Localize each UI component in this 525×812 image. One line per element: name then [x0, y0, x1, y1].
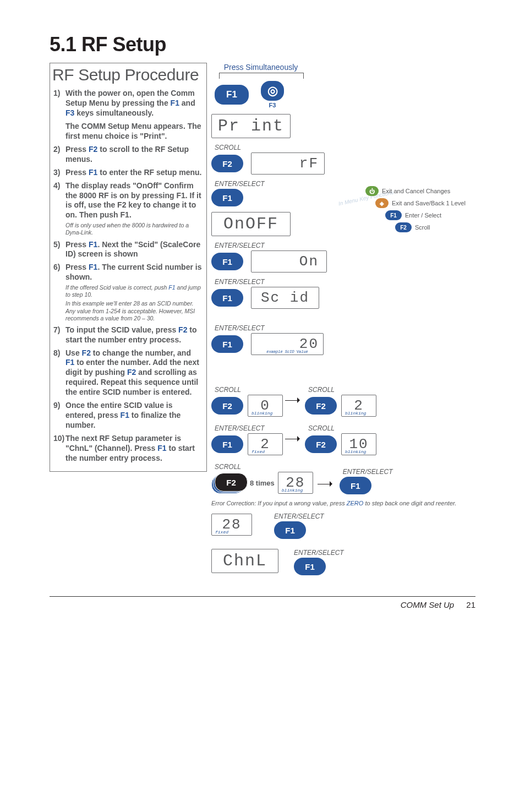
error-note: Error Correction: If you input a wrong v…	[211, 499, 475, 507]
enter-label: ENTER/SELECT	[294, 549, 344, 557]
f1-icon: F1	[385, 210, 402, 220]
step-num: 8)	[53, 348, 65, 398]
legend-text: Enter / Select	[405, 212, 441, 219]
step-text: To input the SCID value, press F2 to sta…	[65, 325, 202, 345]
enter-label: ENTER/SELECT	[215, 278, 475, 286]
display-digit: 0blinking	[248, 395, 283, 417]
legend-text: Scroll	[415, 224, 430, 231]
step-text: With the power on, open the Comm Setup M…	[65, 89, 202, 141]
f1-button[interactable]: F1	[211, 253, 243, 270]
f1-button[interactable]: F1	[294, 558, 326, 575]
f1-button[interactable]: F1	[274, 521, 306, 539]
diamond-icon: ◈	[375, 198, 389, 208]
legend-text: Exit and Cancel Changes	[382, 188, 450, 194]
step-num: 6)	[53, 263, 65, 321]
f1-button[interactable]: F1	[211, 189, 243, 206]
f3-button[interactable]: ◎	[261, 81, 284, 101]
enter-label: ENTER/SELECT	[215, 242, 475, 249]
footer-section: COMM Set Up	[401, 600, 455, 609]
step-num: 7)	[53, 325, 65, 345]
times-label: 8 times	[250, 479, 275, 487]
step-num: 10)	[53, 434, 65, 464]
enter-label: ENTER/SELECT	[215, 324, 475, 332]
f2-icon: F2	[395, 222, 412, 232]
legend-text: Exit and Save/Back 1 Level	[392, 200, 466, 206]
step-text: Press F1 to enter the RF setup menu.	[65, 168, 202, 178]
step-text: Once the entire SCID value is entered, p…	[65, 401, 202, 430]
step-num: 4)	[53, 181, 65, 237]
scroll-label: SCROLL	[215, 463, 313, 471]
f1-button[interactable]: F1	[211, 435, 243, 453]
display-digit: 2blinking	[341, 395, 376, 417]
scroll-label: SCROLL	[308, 386, 376, 394]
step-text: Press F2 to scroll to the RF Setup menus…	[65, 145, 202, 165]
footer: COMM Set Up 21	[50, 596, 475, 609]
step-text: The display reads "OnOff" Confirm the 80…	[65, 181, 202, 237]
display-scid-value: 20 example ScID Value	[251, 333, 324, 355]
diagram-panel: Press Simultaneously F1 ◎ F3 Pr int SCRO…	[211, 63, 475, 575]
display-rf: rF	[251, 152, 325, 175]
display-chnl: ChnL	[211, 549, 278, 573]
display-onoff: OnOFF	[211, 212, 291, 236]
legend: ⏻Exit and Cancel Changes ◈Exit and Save/…	[365, 186, 486, 235]
f1-button[interactable]: F1	[211, 289, 243, 307]
f1-button[interactable]: F1	[215, 85, 249, 105]
page-title: 5.1 RF Setup	[50, 33, 475, 56]
step-text: Press F1. The current Scid number is sho…	[65, 263, 202, 321]
f3-label: F3	[261, 102, 284, 108]
f2-button[interactable]: F2	[211, 155, 243, 172]
enter-label: ENTER/SELECT	[274, 513, 324, 520]
step-num: 5)	[53, 240, 65, 260]
f1-button[interactable]: F1	[211, 335, 243, 353]
page-number: 21	[466, 600, 475, 609]
f2-button[interactable]: F2	[305, 435, 337, 453]
scroll-label: SCROLL	[215, 144, 475, 151]
bracket	[219, 73, 304, 79]
power-icon: ⏻	[365, 186, 379, 196]
step-num: 9)	[53, 401, 65, 430]
enter-label: ENTER/SELECT	[215, 424, 283, 432]
display-digit: 10blinking	[341, 433, 376, 455]
step-num: 2)	[53, 145, 65, 165]
scroll-label: SCROLL	[215, 386, 283, 394]
press-simultaneously-label: Press Simultaneously	[211, 63, 310, 72]
enter-label: ENTER/SELECT	[343, 468, 393, 476]
procedure-panel: RF Setup Procedure 1) With the power on,…	[50, 63, 207, 472]
procedure-heading: RF Setup Procedure	[52, 64, 202, 85]
display-on: On	[251, 250, 327, 273]
step-text: Use F2 to change the number, and F1 to e…	[65, 348, 202, 398]
step-text: The next RF Setup parameter is "ChnL" (C…	[65, 434, 202, 464]
scroll-label: SCROLL	[308, 424, 376, 432]
display-scid: Sc id	[251, 287, 319, 309]
f1-button[interactable]: F1	[340, 477, 371, 494]
f2-button-stack[interactable]: F2	[211, 473, 247, 493]
step-num: 3)	[53, 168, 65, 178]
display-digit: 2fixed	[248, 433, 283, 455]
display-print: Pr int	[211, 114, 291, 138]
display-digit: 28blinking	[278, 472, 313, 494]
step-num: 1)	[53, 89, 65, 141]
step-text: Press F1. Next the "Scid" (ScaleCore ID)…	[65, 240, 202, 260]
f2-button[interactable]: F2	[211, 397, 243, 415]
display-final: 28fixed	[211, 514, 252, 536]
f2-button[interactable]: F2	[305, 397, 337, 415]
